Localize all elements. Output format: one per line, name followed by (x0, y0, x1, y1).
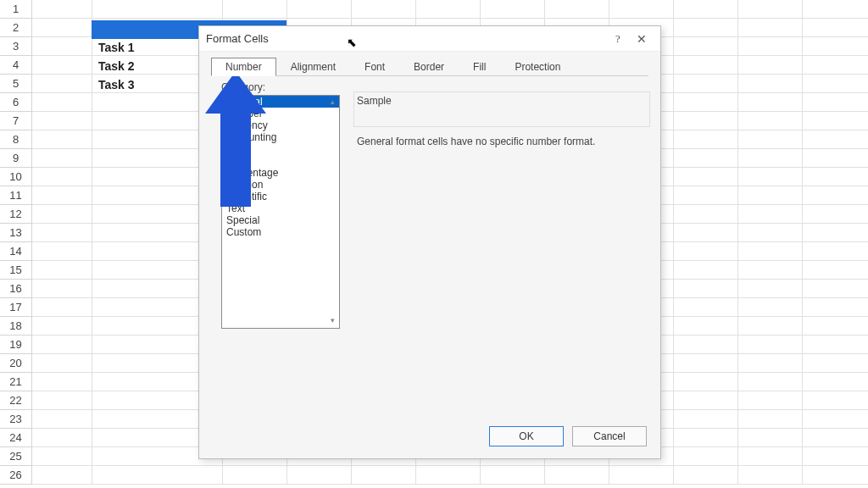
cell-task-3[interactable]: Task 3 (98, 78, 135, 92)
scroll-down-icon[interactable]: ▾ (327, 316, 337, 326)
row-header[interactable]: 11 (0, 186, 32, 205)
row-header[interactable]: 26 (0, 466, 32, 485)
row-header[interactable]: 21 (0, 373, 32, 391)
row-header[interactable]: 10 (0, 168, 32, 186)
row-header[interactable]: 5 (0, 75, 32, 93)
row-header[interactable]: 13 (0, 224, 32, 242)
row-header-column: 1 2 3 4 5 6 7 8 9 10 11 12 13 14 15 16 1… (0, 0, 32, 485)
tab-protection[interactable]: Protection (500, 58, 575, 76)
row-header[interactable]: 15 (0, 261, 32, 280)
row-header[interactable]: 14 (0, 242, 32, 261)
row-header[interactable]: 22 (0, 391, 32, 410)
row-header[interactable]: 16 (0, 280, 32, 298)
row-header[interactable]: 17 (0, 298, 32, 317)
category-item-special[interactable]: Special (222, 214, 339, 226)
category-item-scientific[interactable]: Scientific (222, 191, 339, 202)
row-header[interactable]: 7 (0, 112, 32, 130)
cell-task-1[interactable]: Task 1 (98, 41, 135, 54)
sample-box (353, 92, 650, 127)
row-header[interactable]: 12 (0, 205, 32, 224)
row-header[interactable]: 3 (0, 37, 32, 56)
category-item-date[interactable]: Date (222, 143, 339, 155)
category-item-time[interactable]: Time (222, 155, 339, 167)
category-item-fraction[interactable]: Fraction (222, 179, 339, 191)
tab-font[interactable]: Font (350, 58, 399, 76)
category-item-general[interactable]: General (222, 96, 339, 108)
row-header[interactable]: 6 (0, 93, 32, 112)
category-label: Category: (221, 81, 265, 93)
format-description: General format cells have no specific nu… (357, 136, 595, 147)
sample-label: Sample (357, 95, 392, 107)
scroll-up-icon[interactable]: ▴ (327, 97, 337, 108)
tab-border[interactable]: Border (399, 58, 459, 76)
help-icon[interactable]: ? (606, 32, 630, 46)
row-header[interactable]: 18 (0, 317, 32, 336)
row-header[interactable]: 24 (0, 429, 32, 447)
row-header[interactable]: 2 (0, 19, 32, 37)
category-item-custom[interactable]: Custom (222, 226, 339, 238)
close-icon[interactable]: ✕ (630, 32, 654, 46)
row-header[interactable]: 19 (0, 336, 32, 354)
cell-task-2[interactable]: Task 2 (98, 59, 135, 73)
category-item-percentage[interactable]: Percentage (222, 167, 339, 179)
cancel-button[interactable]: Cancel (572, 426, 647, 446)
tab-fill[interactable]: Fill (459, 58, 500, 76)
row-header[interactable]: 23 (0, 410, 32, 429)
dialog-tabs: Number Alignment Font Border Fill Protec… (199, 52, 660, 75)
row-header[interactable]: 9 (0, 149, 32, 168)
dialog-title: Format Cells (206, 32, 606, 45)
row-header[interactable]: 25 (0, 447, 32, 466)
tab-number[interactable]: Number (211, 58, 276, 76)
tab-alignment[interactable]: Alignment (276, 58, 350, 76)
category-item-text[interactable]: Text (222, 202, 339, 214)
ok-button[interactable]: OK (489, 426, 564, 446)
row-header[interactable]: 1 (0, 0, 32, 19)
category-listbox[interactable]: General Number Currency Accounting Date … (221, 95, 340, 329)
category-item-currency[interactable]: Currency (222, 119, 339, 131)
dialog-title-bar[interactable]: Format Cells ? ✕ (199, 26, 660, 52)
category-item-accounting[interactable]: Accounting (222, 131, 339, 143)
row-header[interactable]: 8 (0, 130, 32, 149)
row-header[interactable]: 20 (0, 354, 32, 373)
format-cells-dialog: Format Cells ? ✕ Number Alignment Font B… (198, 25, 661, 459)
dialog-buttons: OK Cancel (199, 418, 660, 458)
category-item-number[interactable]: Number (222, 108, 339, 119)
number-tab-panel: Category: General Number Currency Accoun… (211, 75, 648, 411)
row-header[interactable]: 4 (0, 56, 32, 75)
